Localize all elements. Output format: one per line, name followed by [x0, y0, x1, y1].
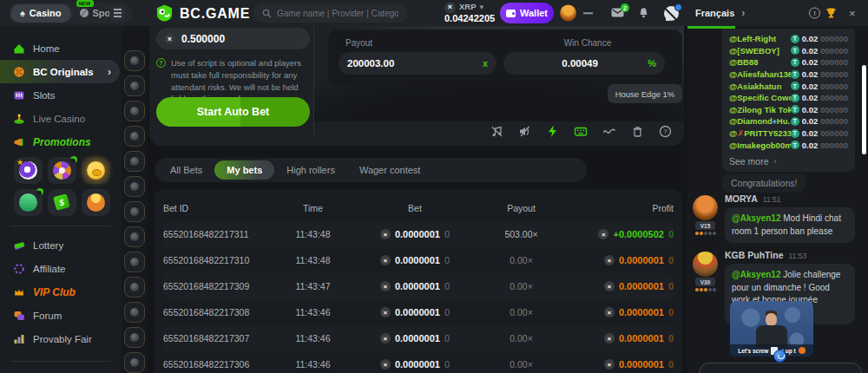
tether-icon: T [791, 94, 799, 102]
promo-bonus-button[interactable] [82, 189, 110, 216]
music-mute-button[interactable] [490, 125, 503, 138]
tip-row[interactable]: @Imakegob00m...T0.02000000 [729, 139, 848, 151]
rail-game-button-4[interactable] [124, 126, 145, 147]
tip-row[interactable]: @Left-RightT0.02000000 [729, 33, 848, 45]
sidebar-item-promotions[interactable]: Promotions [0, 130, 122, 154]
rail-game-button-13[interactable] [124, 352, 145, 373]
tab-all-bets[interactable]: All Bets [158, 160, 214, 180]
rail-game-button-6[interactable] [124, 176, 145, 197]
tip-row[interactable]: @AsiakhatunT0.02000000 [729, 80, 848, 92]
wallet-button[interactable]: Wallet [500, 3, 554, 23]
chat-username[interactable]: MORYA [725, 193, 758, 204]
bet-list-button[interactable] [583, 12, 593, 14]
user-avatar[interactable] [693, 252, 718, 277]
tab-high-rollers[interactable]: High rollers [274, 160, 347, 180]
menu-toggle-button[interactable] [109, 5, 125, 21]
sidebar-item-live-casino[interactable]: Live Casino [0, 107, 122, 130]
tip-row[interactable]: @✗PRITTY5233✗T0.02000000 [729, 128, 848, 140]
win-chance-field[interactable]: 0.00049 % [503, 52, 665, 75]
start-auto-bet-button[interactable]: Start Auto Bet [156, 97, 310, 127]
tab-my-bets[interactable]: My bets [214, 160, 274, 180]
rail-game-button-12[interactable] [124, 327, 145, 348]
sidebar-item-forum[interactable]: Forum [0, 304, 122, 327]
bet-id: 65520168482217308 [163, 307, 276, 317]
balance-selector[interactable]: × XRP ▾ 0.04242205 [444, 2, 495, 23]
tip-row[interactable]: @Specific CowdenT0.02000000 [729, 92, 848, 104]
sidebar-item-slots[interactable]: Slots [0, 83, 122, 107]
promo-spin-button[interactable]: ★ [14, 157, 43, 184]
chat-scrollbar[interactable] [862, 65, 866, 154]
table-row[interactable]: 65520168482217309 11:43:47 ×0.00000010 0… [163, 273, 674, 299]
bet-amount-field[interactable]: × 0.500000 [156, 28, 310, 49]
rail-game-button-5[interactable] [124, 151, 145, 172]
chat-input[interactable] [699, 363, 862, 373]
sidebar-item-vip-club[interactable]: VIP Club [0, 280, 122, 304]
sidebar-item-bc-originals[interactable]: BC Originals › [0, 60, 120, 83]
info-button[interactable]: ! [809, 8, 820, 19]
promo-rocket-button[interactable] [14, 189, 43, 216]
trophy-icon [825, 8, 837, 19]
trends-button[interactable] [602, 125, 616, 138]
casino-toggle-button[interactable]: ♠ Casino [10, 4, 71, 23]
chat-username[interactable]: KGB PuhTine [725, 250, 783, 260]
help-button[interactable]: ? [659, 125, 672, 138]
rail-game-button-7[interactable] [124, 201, 145, 222]
rail-game-button-1[interactable] [124, 50, 145, 71]
multiplier-suffix-icon: x [483, 58, 488, 69]
table-row[interactable]: 65520168482217307 11:43:46 ×0.00000010 0… [163, 325, 674, 351]
table-row[interactable]: 65520168482217308 11:43:46 ×0.00000010 0… [163, 299, 674, 325]
chat-timestamp: 11:53 [788, 252, 806, 260]
messages-button[interactable]: 2 [611, 8, 624, 17]
wheel-icon [53, 161, 71, 180]
sidebar-item-lottery[interactable]: Lottery [0, 233, 122, 257]
emoji-reaction-icon[interactable] [773, 350, 786, 363]
tip-row[interactable]: @BB88T0.02000000 [729, 56, 848, 69]
tip-username: @✗PRITTY5233✗ [729, 128, 791, 138]
tip-row[interactable]: @[SWEBOY]T0.02000000 [729, 45, 848, 57]
tip-row[interactable]: @Zilong Tik TokT0.02000000 [729, 104, 848, 116]
xrp-coin-icon: × [444, 2, 456, 13]
user-avatar[interactable] [560, 5, 576, 22]
rail-game-button-8[interactable] [124, 226, 145, 247]
sidebar-item-home[interactable]: Home [0, 36, 122, 60]
rail-game-button-3[interactable] [124, 101, 145, 121]
rail-game-button-11[interactable] [124, 302, 145, 323]
mail-count-badge: 2 [621, 3, 629, 12]
notifications-button[interactable] [638, 8, 649, 19]
chat-gif-attachment[interactable]: Let's screw s up t [730, 301, 813, 357]
chat-bubble[interactable]: @Aksyen12 Mod Hindi chat room 1 person b… [725, 207, 855, 243]
turbo-button[interactable] [546, 125, 559, 138]
hotkeys-button[interactable] [574, 125, 588, 138]
user-avatar[interactable] [693, 195, 718, 220]
close-button[interactable]: × [849, 7, 856, 20]
rail-game-button-10[interactable] [124, 277, 145, 298]
sidebar-item-affiliate[interactable]: Affiliate [0, 257, 122, 280]
table-row[interactable]: 65520168482217306 11:43:46 ×0.00000010 0… [163, 351, 674, 373]
search-input[interactable] [277, 9, 398, 18]
tip-row[interactable]: @Aliesfahan1363T0.02000000 [729, 69, 848, 81]
rewards-button[interactable] [825, 8, 837, 19]
music-note-icon [490, 125, 503, 138]
table-row[interactable]: 65520168482217311 11:43:48 ×0.00000010 5… [163, 221, 674, 247]
language-selector[interactable]: Français › [695, 7, 745, 19]
promo-tag-button[interactable] [48, 189, 76, 216]
promo-wheel-button[interactable] [48, 157, 76, 184]
percent-suffix-icon: % [648, 58, 656, 69]
table-row[interactable]: 65520168482217310 11:43:48 ×0.00000010 0… [163, 247, 674, 273]
promo-piggy-button[interactable] [82, 157, 110, 184]
sidebar-item-provably-fair[interactable]: Provably Fair [0, 327, 122, 350]
reset-button[interactable] [631, 125, 644, 138]
rail-game-button-2[interactable] [124, 75, 145, 96]
tab-wager-contest[interactable]: Wager contest [347, 160, 433, 180]
brand-logo[interactable]: BC.GAME [155, 4, 250, 23]
tip-row[interactable]: @Diamond♦Hu...T0.02000000 [729, 115, 848, 128]
mention-link[interactable]: @Aksyen12 [732, 213, 780, 223]
mention-link[interactable]: @Aksyen12 [732, 270, 780, 279]
rail-game-button-9[interactable] [124, 252, 145, 272]
game-icon [130, 132, 139, 141]
sound-mute-button[interactable] [518, 125, 531, 138]
see-more-link[interactable]: See more › [729, 151, 848, 168]
payout-field[interactable]: 200003.00 x [339, 52, 496, 75]
search-bar[interactable] [253, 3, 408, 23]
chat-toggle-button[interactable] [664, 6, 679, 21]
